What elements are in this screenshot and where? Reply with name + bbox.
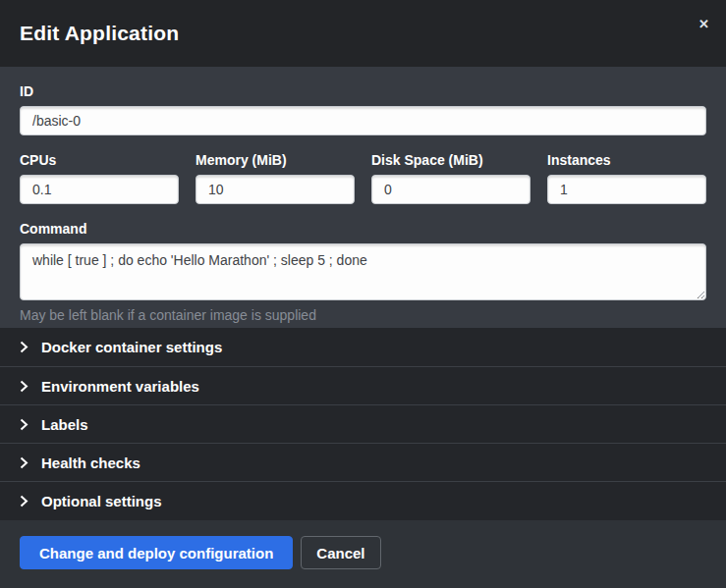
command-help-text: May be left blank if a container image i…	[20, 307, 706, 323]
memory-field-group: Memory (MiB)	[195, 152, 355, 204]
close-icon[interactable]: ✕	[695, 16, 713, 32]
accordion-label: Labels	[41, 416, 88, 433]
chevron-right-icon	[20, 341, 28, 353]
cpus-field-group: CPUs	[20, 152, 179, 204]
accordion-label: Optional settings	[41, 493, 162, 509]
chevron-right-icon	[20, 495, 28, 508]
instances-input[interactable]	[547, 175, 706, 204]
modal-header: Edit Application ✕	[0, 0, 726, 67]
command-textarea-wrap: while [ true ] ; do echo 'Hello Marathon…	[20, 243, 706, 300]
command-label: Command	[20, 221, 706, 237]
disk-label: Disk Space (MiB)	[371, 152, 531, 168]
memory-input[interactable]	[195, 175, 355, 204]
modal-footer: Change and deploy configuration Cancel	[0, 520, 726, 588]
cancel-button[interactable]: Cancel	[301, 536, 380, 569]
accordion-label: Health checks	[41, 454, 140, 471]
chevron-right-icon	[20, 456, 28, 469]
accordion-section: Docker container settings Environment va…	[0, 328, 726, 520]
modal-title: Edit Application	[20, 22, 179, 45]
cpus-label: CPUs	[20, 152, 179, 168]
accordion-label: Environment variables	[41, 378, 199, 395]
chevron-right-icon	[20, 380, 28, 393]
accordion-docker-container-settings[interactable]: Docker container settings	[0, 328, 726, 366]
accordion-label: Docker container settings	[41, 339, 222, 355]
accordion-health-checks[interactable]: Health checks	[0, 443, 726, 481]
chevron-right-icon	[20, 418, 28, 431]
edit-application-modal: Edit Application ✕ ID CPUs Memory (MiB) …	[0, 0, 726, 588]
disk-field-group: Disk Space (MiB)	[371, 152, 531, 204]
accordion-labels[interactable]: Labels	[0, 404, 726, 443]
command-input[interactable]: while [ true ] ; do echo 'Hello Marathon…	[20, 243, 706, 300]
id-label: ID	[20, 83, 706, 99]
disk-input[interactable]	[371, 175, 531, 204]
memory-label: Memory (MiB)	[195, 152, 355, 168]
command-field-group: Command while [ true ] ; do echo 'Hello …	[20, 221, 706, 323]
resources-row: CPUs Memory (MiB) Disk Space (MiB) Insta…	[20, 152, 706, 204]
id-field-group: ID	[20, 83, 706, 135]
instances-label: Instances	[547, 152, 706, 168]
change-and-deploy-button[interactable]: Change and deploy configuration	[20, 536, 293, 569]
form-section: ID CPUs Memory (MiB) Disk Space (MiB) In…	[0, 67, 726, 328]
cpus-input[interactable]	[20, 175, 179, 204]
accordion-environment-variables[interactable]: Environment variables	[0, 366, 726, 404]
id-input[interactable]	[20, 106, 706, 135]
accordion-optional-settings[interactable]: Optional settings	[0, 481, 726, 519]
instances-field-group: Instances	[547, 152, 706, 204]
